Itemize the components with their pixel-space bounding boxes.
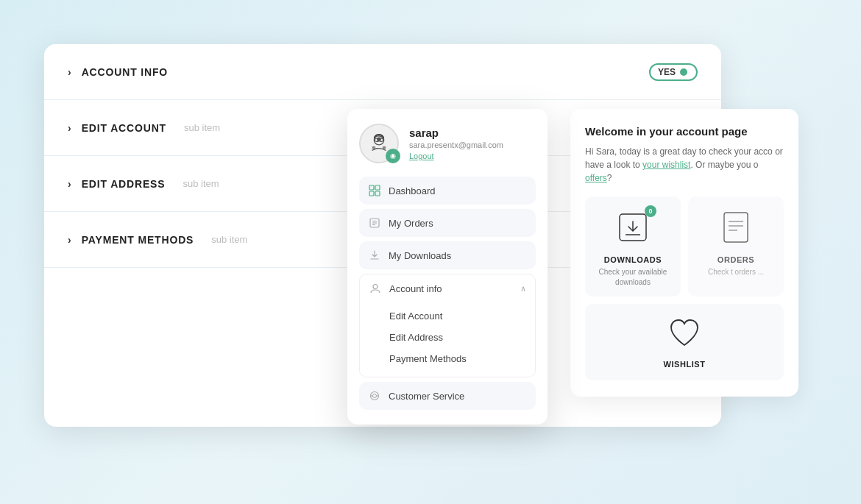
sidebar-item-downloads[interactable]: My Downloads: [359, 241, 536, 269]
account-info-label: Account info: [389, 283, 442, 294]
wishlist-link[interactable]: your wishlist: [642, 160, 690, 170]
orders-card-icon-wrap: [717, 208, 755, 249]
accordion-label: EDIT ADDRESS: [82, 178, 166, 190]
sub-item-edit-address[interactable]: Edit Address: [389, 327, 526, 348]
card-wishlist[interactable]: WISHLIST: [585, 304, 784, 380]
downloads-icon: [368, 249, 381, 262]
card-downloads[interactable]: 0 DOWNLOADS Check your available downloa…: [585, 196, 681, 297]
yes-badge: YES: [649, 63, 698, 81]
account-info-section: Account info ∧ Edit Account Edit Address…: [359, 274, 536, 377]
sidebar-orders-label: My Orders: [389, 218, 433, 229]
svg-rect-11: [369, 191, 374, 196]
chevron-up-icon: ∧: [520, 284, 526, 294]
dashboard-icon: [368, 184, 381, 197]
account-info-left: Account info: [369, 282, 442, 295]
account-info-header[interactable]: Account info ∧: [360, 274, 535, 302]
welcome-title: Welcome in your account page: [585, 125, 784, 138]
offers-link[interactable]: offers: [585, 173, 607, 183]
cards-grid: 0 DOWNLOADS Check your available downloa…: [585, 196, 784, 297]
orders-card-desc: Check t orders ...: [708, 267, 764, 277]
logout-link[interactable]: Logout: [409, 152, 503, 160]
svg-rect-10: [375, 185, 380, 190]
user-info: sarap sara.presentx@gmail.com Logout: [359, 124, 536, 163]
svg-point-7: [391, 155, 394, 158]
accordion-sublabel: sub item: [184, 122, 220, 133]
avatar-wrap: [359, 124, 399, 163]
accordion-label: ACCOUNT INFO: [82, 66, 168, 78]
camera-icon[interactable]: [386, 149, 400, 163]
orders-card-title: ORDERS: [718, 255, 754, 264]
accordion-label: PAYMENT METHODS: [82, 234, 194, 246]
sub-item-edit-account[interactable]: Edit Account: [389, 305, 526, 327]
svg-point-17: [373, 285, 378, 289]
accordion-sublabel: sub item: [183, 178, 219, 189]
downloads-badge: 0: [645, 205, 656, 217]
chevron-right-icon: ›: [68, 122, 71, 134]
welcome-text: Hi Sara, today is a great day to check y…: [585, 145, 784, 185]
downloads-card-icon-wrap: 0: [614, 208, 652, 249]
svg-rect-12: [375, 191, 380, 196]
wishlist-card-icon-wrap: [665, 316, 704, 354]
downloads-card-title: DOWNLOADS: [604, 255, 662, 264]
sidebar-item-dashboard[interactable]: Dashboard: [359, 177, 536, 205]
svg-rect-9: [369, 185, 374, 190]
card-orders[interactable]: ORDERS Check t orders ...: [688, 196, 784, 297]
sidebar-panel: sarap sara.presentx@gmail.com Logout Das…: [347, 109, 548, 425]
username: sarap: [409, 127, 503, 139]
yes-label: YES: [658, 67, 676, 77]
customer-service-label: Customer Service: [389, 391, 464, 402]
customer-service-icon: [368, 389, 381, 402]
chevron-right-icon: ›: [68, 66, 71, 78]
sidebar-downloads-label: My Downloads: [389, 250, 451, 261]
accordion-sublabel: sub item: [211, 234, 247, 245]
chevron-right-icon: ›: [68, 178, 71, 190]
svg-rect-22: [724, 213, 748, 242]
orders-icon: [368, 216, 381, 230]
account-sub-items: Edit Account Edit Address Payment Method…: [360, 302, 535, 377]
user-email: sara.presentx@gmail.com: [409, 141, 503, 149]
sub-item-payment-methods[interactable]: Payment Methods: [389, 348, 526, 369]
content-panel: Welcome in your account page Hi Sara, to…: [570, 109, 798, 397]
accordion-label: EDIT ACCOUNT: [82, 122, 166, 134]
yes-dot: [680, 68, 687, 76]
user-details: sarap sara.presentx@gmail.com Logout: [409, 127, 503, 160]
sidebar-dashboard-label: Dashboard: [389, 185, 436, 196]
person-icon: [369, 282, 382, 295]
sidebar-item-customer-service[interactable]: Customer Service: [359, 382, 536, 410]
downloads-card-desc: Check your available downloads: [592, 267, 673, 288]
chevron-right-icon: ›: [68, 234, 71, 246]
accordion-account-info[interactable]: › ACCOUNT INFO YES: [44, 44, 721, 100]
wishlist-card-title: WISHLIST: [664, 360, 706, 369]
sidebar-item-orders[interactable]: My Orders: [359, 209, 536, 237]
svg-point-19: [373, 394, 377, 398]
